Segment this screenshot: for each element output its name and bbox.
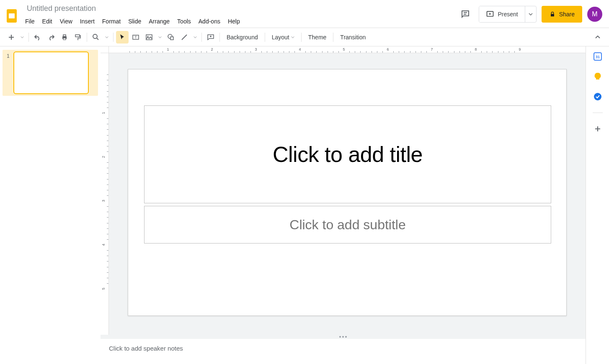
svg-rect-5 [551,14,554,16]
ruler-corner [101,46,109,53]
image-button[interactable] [143,31,155,44]
separator [87,33,87,42]
menu-tools[interactable]: Tools [174,16,194,26]
print-button[interactable] [58,31,71,44]
menu-insert[interactable]: Insert [77,16,98,26]
canvas-wrap[interactable]: Click to add title Click to add subtitle [109,53,586,335]
svg-rect-1 [9,13,15,18]
tasks-app-icon[interactable] [594,92,602,101]
layout-button[interactable]: Layout [268,31,299,44]
svg-rect-14 [146,35,152,40]
collapse-toolbar-button[interactable] [591,31,604,44]
menu-arrange[interactable]: Arrange [145,16,173,26]
redo-button[interactable] [45,31,57,44]
menu-view[interactable]: View [57,16,76,26]
image-icon [145,33,153,41]
present-icon [486,10,494,18]
svg-point-21 [594,93,601,100]
print-icon [61,33,68,41]
menu-file[interactable]: File [22,16,38,26]
menu-addons[interactable]: Add-ons [195,16,224,26]
plus-icon [594,125,602,133]
calendar-app-icon[interactable]: 31 [594,52,602,61]
svg-text:31: 31 [595,55,599,59]
shape-icon [167,33,175,41]
caret-down-icon [291,36,294,39]
title-text: Click to add title [273,142,423,167]
svg-rect-7 [63,35,66,36]
comments-button[interactable] [457,6,474,23]
horizontal-ruler[interactable]: 123456789 [109,46,586,53]
side-panel: 31 [586,46,609,364]
slide-number: 1 [7,53,12,59]
share-button[interactable]: Share [542,6,582,23]
theme-button[interactable]: Theme [304,31,331,44]
speaker-notes[interactable]: Click to add speaker notes [101,339,586,364]
transition-button[interactable]: Transition [336,31,370,44]
zoom-dropdown[interactable] [103,31,111,44]
present-label: Present [498,11,518,18]
caret-down-icon [529,12,533,16]
cursor-icon [119,33,126,41]
image-dropdown[interactable] [156,31,164,44]
lock-icon [549,11,556,18]
caret-down-icon [194,36,197,39]
add-comment-icon [207,33,214,41]
present-button[interactable]: Present [479,6,524,22]
menu-format[interactable]: Format [99,16,124,26]
line-dropdown[interactable] [191,31,199,44]
svg-line-11 [97,38,98,40]
line-button[interactable] [178,31,191,44]
undo-button[interactable] [31,31,44,44]
editor-row: 12345 Click to add title Click to add su… [101,53,586,335]
vertical-ruler[interactable]: 12345 [101,53,109,335]
menubar: File Edit View Insert Format Slide Arran… [22,16,457,26]
menu-slide[interactable]: Slide [125,16,145,26]
zoom-button[interactable] [90,31,102,44]
caret-down-icon [158,36,162,39]
title-placeholder[interactable]: Click to add title [144,105,551,203]
notes-drag-handle[interactable] [101,335,586,339]
svg-rect-17 [170,37,173,40]
paint-format-button[interactable] [72,31,84,44]
undo-icon [34,33,41,41]
menu-edit[interactable]: Edit [39,16,56,26]
svg-rect-8 [63,38,66,40]
line-icon [181,33,188,41]
header: Untitled presentation File Edit View Ins… [0,0,609,28]
slide-thumb-row[interactable]: 1 [3,50,98,96]
present-group: Present [479,6,536,23]
svg-rect-9 [75,35,80,37]
add-app-button[interactable] [594,125,602,133]
share-label: Share [559,11,575,18]
background-button[interactable]: Background [222,31,262,44]
slide-thumbnail[interactable] [13,51,89,94]
editor-area: 123456789 12345 Click to add title Click… [101,46,586,364]
select-tool-button[interactable] [116,31,129,44]
keep-app-icon[interactable] [594,72,602,81]
comment-tool-button[interactable] [204,31,217,44]
shape-button[interactable] [165,31,177,44]
svg-point-10 [93,34,97,38]
new-slide-button[interactable] [5,31,18,44]
separator [219,33,220,42]
slide-canvas[interactable]: Click to add title Click to add subtitle [128,69,567,316]
new-slide-dropdown[interactable] [18,31,26,44]
plus-icon [8,33,15,41]
textbox-icon: T [132,33,139,41]
separator [265,33,265,42]
subtitle-text: Click to add subtitle [289,217,405,233]
header-right: Present Share M [457,3,602,23]
doc-title-input[interactable]: Untitled presentation [24,3,457,14]
textbox-button[interactable]: T [129,31,142,44]
separator [301,33,302,42]
body: 1 123456789 12345 Click to add title Cli… [0,46,609,364]
side-panel-separator [593,113,603,113]
account-avatar[interactable]: M [587,7,602,22]
present-dropdown[interactable] [525,6,536,22]
menu-help[interactable]: Help [225,16,243,26]
subtitle-placeholder[interactable]: Click to add subtitle [144,206,551,244]
separator [28,33,29,42]
slides-logo-icon[interactable] [3,5,20,27]
separator [333,33,333,42]
